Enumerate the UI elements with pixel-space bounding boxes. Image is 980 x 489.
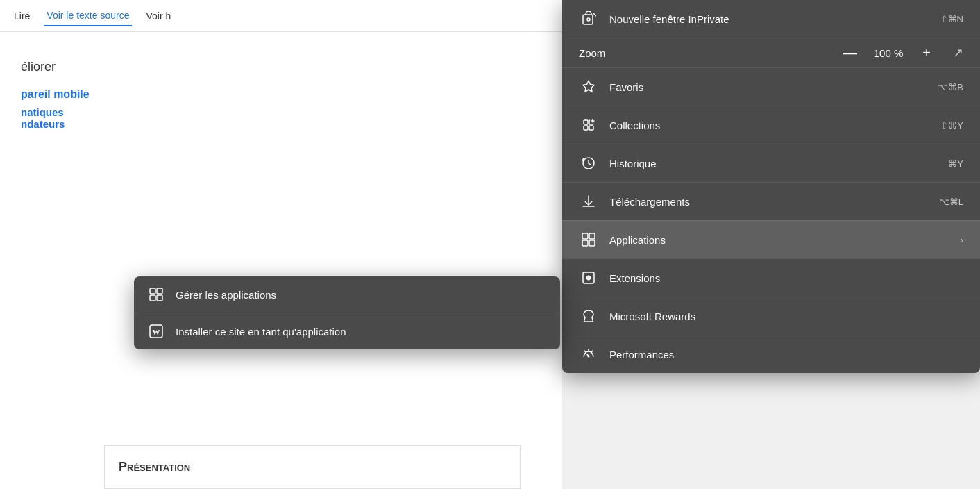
inprivate-label: Nouvelle fenêtre InPrivate <box>609 13 940 25</box>
tab-voir[interactable]: Voir h <box>143 6 174 26</box>
collections-shortcut: ⇧⌘Y <box>940 120 963 131</box>
svg-rect-1 <box>157 288 162 294</box>
svg-rect-18 <box>589 240 595 246</box>
favoris-label: Favoris <box>609 81 938 93</box>
collections-label: Collections <box>609 119 940 131</box>
menu-item-rewards[interactable]: Microsoft Rewards <box>562 297 980 335</box>
tab-source[interactable]: Voir le texte source <box>44 6 132 26</box>
svg-rect-0 <box>150 288 155 294</box>
link-natiques[interactable]: natiques <box>21 106 541 118</box>
submenu-item-install-site[interactable]: W Installer ce site en tant qu'applicati… <box>134 313 560 349</box>
page-toolbar: Lire Voir le texte source Voir h <box>0 0 562 32</box>
presentation-title: Présentation <box>119 460 506 474</box>
collections-icon <box>579 115 598 135</box>
svg-rect-9 <box>584 120 588 124</box>
menu-item-extensions[interactable]: Extensions <box>562 258 980 297</box>
menu-item-historique[interactable]: Historique ⌘Y <box>562 144 980 182</box>
grid-icon <box>148 286 164 303</box>
applications-label: Applications <box>609 234 955 246</box>
submenu-item-manage-apps[interactable]: Gérer les applications <box>134 276 560 313</box>
manage-apps-label: Gérer les applications <box>176 289 276 301</box>
svg-rect-3 <box>157 295 162 301</box>
tab-lire[interactable]: Lire <box>11 6 33 26</box>
menu-item-telechargements[interactable]: Téléchargements ⌥⌘L <box>562 182 980 220</box>
content-label: éliorer <box>21 60 541 74</box>
zoom-label: Zoom <box>579 47 840 59</box>
zoom-expand-button[interactable]: ↗ <box>953 45 963 60</box>
applications-icon <box>579 230 598 249</box>
menu-item-collections[interactable]: Collections ⇧⌘Y <box>562 106 980 144</box>
history-icon <box>579 154 598 173</box>
inprivate-shortcut: ⇧⌘N <box>940 14 963 24</box>
menu-item-applications[interactable]: Applications › <box>562 220 980 258</box>
svg-rect-15 <box>582 233 588 239</box>
zoom-in-button[interactable]: + <box>917 46 936 60</box>
svg-rect-12 <box>589 126 593 130</box>
historique-label: Historique <box>609 158 948 169</box>
rewards-label: Microsoft Rewards <box>609 310 963 322</box>
historique-shortcut: ⌘Y <box>948 158 963 169</box>
page-content: éliorer pareil mobile natiques ndateurs <box>0 32 562 158</box>
svg-rect-11 <box>584 126 588 130</box>
inprivate-icon <box>579 9 598 28</box>
performances-icon <box>579 345 598 364</box>
star-icon <box>579 77 598 97</box>
svg-rect-16 <box>589 233 595 239</box>
svg-point-21 <box>588 356 590 358</box>
wikipedia-icon: W <box>148 323 164 340</box>
svg-text:W: W <box>153 328 160 336</box>
svg-line-8 <box>593 13 596 16</box>
menu-item-performances[interactable]: Performances <box>562 335 980 373</box>
telechargements-label: Téléchargements <box>609 196 939 208</box>
svg-point-7 <box>587 18 590 21</box>
zoom-value: 100 % <box>871 47 906 59</box>
rewards-icon <box>579 306 598 326</box>
zoom-controls: — 100 % + ↗ <box>840 45 963 60</box>
install-site-label: Installer ce site en tant qu'application <box>176 326 346 338</box>
favoris-shortcut: ⌥⌘B <box>938 82 963 92</box>
svg-rect-6 <box>583 15 593 24</box>
link-mobile[interactable]: pareil mobile <box>21 88 541 101</box>
telechargements-shortcut: ⌥⌘L <box>939 197 963 207</box>
svg-rect-2 <box>150 295 155 301</box>
applications-chevron-icon: › <box>961 235 963 245</box>
page-background: Lire Voir le texte source Voir h éliorer… <box>0 0 562 489</box>
zoom-out-button[interactable]: — <box>840 46 860 60</box>
extensions-label: Extensions <box>609 272 963 284</box>
download-icon <box>579 192 598 211</box>
link-ndateurs[interactable]: ndateurs <box>21 118 541 130</box>
presentation-box: Présentation <box>104 445 521 489</box>
menu-item-inprivate[interactable]: Nouvelle fenêtre InPrivate ⇧⌘N <box>562 0 980 38</box>
svg-rect-17 <box>582 240 588 246</box>
performances-label: Performances <box>609 349 963 360</box>
zoom-row: Zoom — 100 % + ↗ <box>562 38 980 68</box>
menu-item-favoris[interactable]: Favoris ⌥⌘B <box>562 68 980 106</box>
applications-submenu: Gérer les applications W Installer ce si… <box>134 276 560 349</box>
extensions-icon <box>579 268 598 288</box>
main-dropdown-menu: Nouvelle fenêtre InPrivate ⇧⌘N Zoom — 10… <box>562 0 980 373</box>
